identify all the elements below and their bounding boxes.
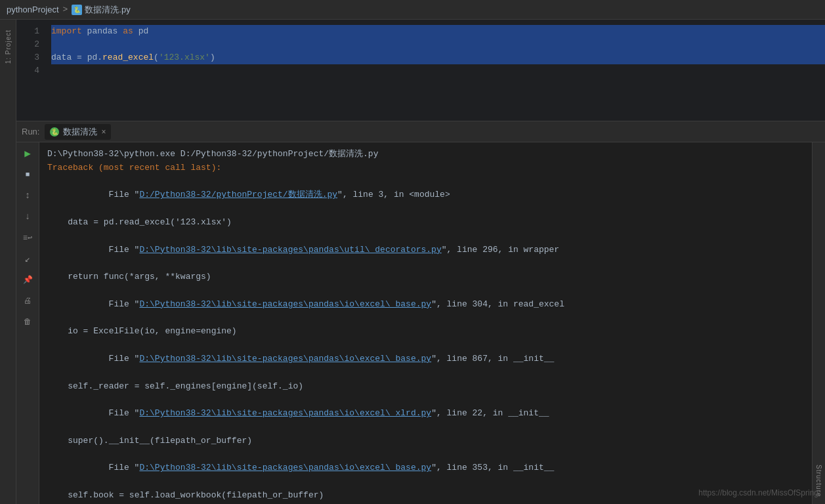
trace-3: File "D:\Python38-32\lib\site-packages\p… (47, 284, 804, 325)
print-button[interactable]: 🖨 (20, 293, 35, 308)
link-1[interactable]: D:/Python38-32/pythonProject/数据清洗.py (139, 190, 337, 200)
code-trace-3: io = ExcelFile(io, engine=engine) (47, 325, 804, 339)
breadcrumb-filename: 数据清洗.py (85, 4, 130, 16)
trace-4: File "D:\Python38-32\lib\site-packages\p… (47, 339, 804, 379)
right-sidebar: Structure (812, 142, 825, 504)
left-sidebar: 1: Project (0, 20, 16, 504)
breadcrumb-sep: > (63, 5, 68, 14)
run-tab-icon: 🐍 (50, 127, 59, 136)
stop-button[interactable]: ■ (20, 167, 35, 182)
scroll-down-button[interactable]: ↓ (20, 209, 35, 224)
code-content[interactable]: import pandas as pd data = pd.read_excel… (46, 20, 825, 121)
trace-5: File "D:\Python38-32\lib\site-packages\p… (47, 393, 804, 434)
editor-area: 1 2 3 4 import pandas as pd data = pd.re… (16, 20, 825, 504)
traceback-line: Traceback (most recent call last): (47, 161, 804, 175)
trace-6: File "D:\Python38-32\lib\site-packages\p… (47, 448, 804, 489)
soft-wrap-button[interactable]: ↙ (20, 251, 35, 266)
run-tab-name: 数据清洗 (63, 126, 97, 138)
line-numbers: 1 2 3 4 (16, 20, 46, 121)
terminal-output[interactable]: D:\Python38-32\python.exe D:/Python38-32… (39, 142, 812, 504)
rerun-button[interactable]: ↕ (20, 188, 35, 203)
link-3[interactable]: D:\Python38-32\lib\site-packages\pandas\… (139, 299, 431, 309)
code-line-3: data = pd.read_excel('123.xlsx') (51, 51, 825, 64)
cmd-line: D:\Python38-32\python.exe D:/Python38-32… (47, 148, 804, 161)
run-header: Run: 🐍 数据清洗 × (16, 121, 825, 142)
run-tab-close[interactable]: × (101, 127, 106, 136)
trace-1: File "D:/Python38-32/pythonProject/数据清洗.… (47, 175, 804, 216)
wrap-button[interactable]: ≡↩ (20, 230, 35, 245)
run-area: ▶ ■ ↕ ↓ ≡↩ ↙ 📌 🖨 🗑 D:\Python38-32\python… (16, 142, 825, 504)
run-tab[interactable]: 🐍 数据清洗 × (45, 124, 111, 140)
run-toolbar: ▶ ■ ↕ ↓ ≡↩ ↙ 📌 🖨 🗑 (16, 142, 39, 504)
python-file-icon: 🐍 (72, 5, 82, 15)
link-2[interactable]: D:\Python38-32\lib\site-packages\pandas\… (139, 245, 441, 255)
code-trace-4: self._reader = self._engines[engine](sel… (47, 380, 804, 394)
breadcrumb-file: 🐍 数据清洗.py (72, 4, 130, 16)
code-trace-5: super().__init__(filepath_or_buffer) (47, 434, 804, 448)
code-trace-1: data = pd.read_excel('123.xlsx') (47, 216, 804, 230)
left-sidebar-label: 1: Project (5, 30, 12, 64)
run-label: Run: (22, 127, 39, 136)
breadcrumb-project[interactable]: pythonProject (7, 5, 59, 14)
link-6[interactable]: D:\Python38-32\lib\site-packages\pandas\… (139, 463, 431, 472)
link-4[interactable]: D:\Python38-32\lib\site-packages\pandas\… (139, 354, 431, 364)
code-line-2 (51, 38, 825, 51)
pin-button[interactable]: 📌 (20, 272, 35, 287)
code-editor: 1 2 3 4 import pandas as pd data = pd.re… (16, 20, 825, 121)
code-trace-2: return func(*args, **kwargs) (47, 270, 804, 284)
top-bar: pythonProject > 🐍 数据清洗.py (0, 0, 825, 20)
code-line-4 (51, 64, 825, 77)
link-5[interactable]: D:\Python38-32\lib\site-packages\pandas\… (139, 408, 431, 418)
main-area: 1: Project 1 2 3 4 import pandas as pd d… (0, 20, 825, 504)
clear-button[interactable]: 🗑 (20, 314, 35, 329)
watermark: https://blog.csdn.net/MissOfSpring (698, 488, 818, 497)
play-button[interactable]: ▶ (20, 146, 35, 161)
code-trace-6: self.book = self.load_workbook(filepath_… (47, 489, 804, 503)
trace-2: File "D:\Python38-32\lib\site-packages\p… (47, 230, 804, 270)
code-line-1: import pandas as pd (51, 25, 825, 38)
